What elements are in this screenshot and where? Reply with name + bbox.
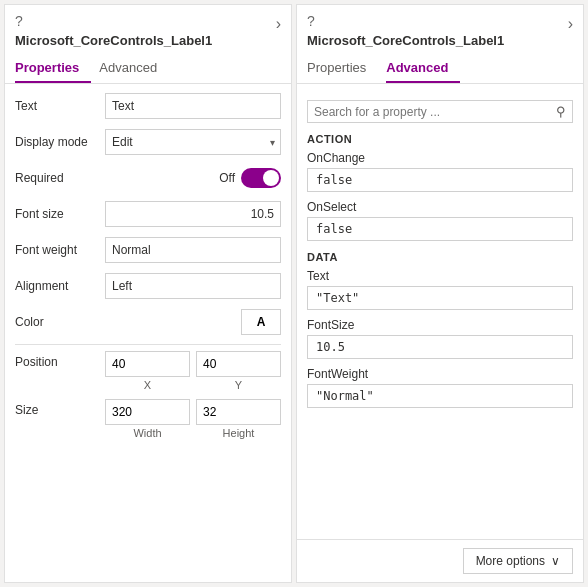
component-title-left: Microsoft_CoreControls_Label1 (15, 33, 281, 48)
left-panel-body: Text Display mode Edit ▾ Required (5, 84, 291, 582)
color-row: A (105, 309, 281, 335)
position-y-input[interactable] (196, 351, 281, 377)
prop-label-text: Text (15, 99, 105, 113)
help-icon-left[interactable]: ? (15, 13, 281, 29)
adv-label-onchange: OnChange (307, 151, 573, 165)
size-width-input[interactable] (105, 399, 190, 425)
section-header-action: ACTION (307, 133, 573, 145)
more-options-label: More options (476, 554, 545, 568)
size-width-label: Width (133, 427, 161, 439)
prop-row-font-weight: Font weight (15, 236, 281, 264)
prop-row-required: Required Off (15, 164, 281, 192)
pos-x-label: X (144, 379, 151, 391)
search-icon: ⚲ (556, 104, 566, 119)
font-weight-input[interactable] (105, 237, 281, 263)
adv-value-onchange[interactable]: false (307, 168, 573, 192)
adv-label-onselect: OnSelect (307, 200, 573, 214)
left-panel: ? › Microsoft_CoreControls_Label1 Proper… (4, 4, 292, 583)
tab-properties-right[interactable]: Properties (307, 54, 378, 83)
required-toggle[interactable] (241, 168, 281, 188)
pos-y-wrap: Y (196, 351, 281, 391)
adv-label-data-text: Text (307, 269, 573, 283)
adv-label-fontsize: FontSize (307, 318, 573, 332)
toggle-row-required: Off (105, 168, 281, 188)
adv-value-onselect[interactable]: false (307, 217, 573, 241)
size-height-input[interactable] (196, 399, 281, 425)
prop-row-position: Position X Y (15, 351, 281, 391)
right-panel-header: ? › Microsoft_CoreControls_Label1 Proper… (297, 5, 583, 84)
prop-label-required: Required (15, 171, 105, 185)
prop-row-alignment: Alignment (15, 272, 281, 300)
prop-value-font-weight (105, 237, 281, 263)
adv-label-fontweight: FontWeight (307, 367, 573, 381)
prop-label-display-mode: Display mode (15, 135, 105, 149)
size-width-wrap: Width (105, 399, 190, 439)
chevron-right-right[interactable]: › (568, 15, 573, 33)
prop-label-font-weight: Font weight (15, 243, 105, 257)
prop-value-text (105, 93, 281, 119)
prop-value-alignment (105, 273, 281, 299)
tab-properties-left[interactable]: Properties (15, 54, 91, 83)
size-inputs: Width Height (105, 399, 281, 439)
tabs-right: Properties Advanced (307, 54, 573, 83)
search-input[interactable] (314, 105, 556, 119)
prop-row-size: Size Width Height (15, 399, 281, 439)
adv-value-fontsize[interactable]: 10.5 (307, 335, 573, 359)
prop-row-display-mode: Display mode Edit ▾ (15, 128, 281, 156)
toggle-knob (263, 170, 279, 186)
select-wrapper-display-mode: Edit ▾ (105, 129, 281, 155)
tab-advanced-left[interactable]: Advanced (99, 54, 169, 83)
prop-label-position: Position (15, 351, 105, 369)
pos-inputs-row: X Y (105, 351, 281, 391)
prop-row-color: Color A (15, 308, 281, 336)
adv-value-fontweight[interactable]: "Normal" (307, 384, 573, 408)
prop-label-font-size: Font size (15, 207, 105, 221)
display-mode-select[interactable]: Edit (105, 129, 281, 155)
prop-row-text: Text (15, 92, 281, 120)
prop-value-font-size (105, 201, 281, 227)
alignment-input[interactable] (105, 273, 281, 299)
prop-value-required: Off (105, 168, 281, 188)
left-panel-header: ? › Microsoft_CoreControls_Label1 Proper… (5, 5, 291, 84)
color-button[interactable]: A (241, 309, 281, 335)
font-size-input[interactable] (105, 201, 281, 227)
prop-label-color: Color (15, 315, 105, 329)
tab-advanced-right[interactable]: Advanced (386, 54, 460, 83)
tabs-left: Properties Advanced (15, 54, 281, 83)
component-title-right: Microsoft_CoreControls_Label1 (307, 33, 573, 48)
size-height-wrap: Height (196, 399, 281, 439)
position-inputs: X Y (105, 351, 281, 391)
prop-value-display-mode: Edit ▾ (105, 129, 281, 155)
prop-label-alignment: Alignment (15, 279, 105, 293)
divider-1 (15, 344, 281, 345)
size-inputs-row: Width Height (105, 399, 281, 439)
prop-value-color: A (105, 309, 281, 335)
size-height-label: Height (223, 427, 255, 439)
right-panel-body: ⚲ ACTION OnChange false OnSelect false D… (297, 84, 583, 539)
pos-x-wrap: X (105, 351, 190, 391)
prop-label-size: Size (15, 399, 105, 417)
more-options-bar: More options ∨ (297, 539, 583, 582)
adv-value-data-text[interactable]: "Text" (307, 286, 573, 310)
pos-y-label: Y (235, 379, 242, 391)
text-input[interactable] (105, 93, 281, 119)
prop-row-font-size: Font size (15, 200, 281, 228)
more-options-chevron-icon: ∨ (551, 554, 560, 568)
section-header-data: DATA (307, 251, 573, 263)
more-options-button[interactable]: More options ∨ (463, 548, 573, 574)
help-icon-right[interactable]: ? (307, 13, 573, 29)
toggle-off-label: Off (219, 171, 235, 185)
search-row: ⚲ (307, 100, 573, 123)
chevron-right-left[interactable]: › (276, 15, 281, 33)
position-x-input[interactable] (105, 351, 190, 377)
right-panel: ? › Microsoft_CoreControls_Label1 Proper… (296, 4, 584, 583)
